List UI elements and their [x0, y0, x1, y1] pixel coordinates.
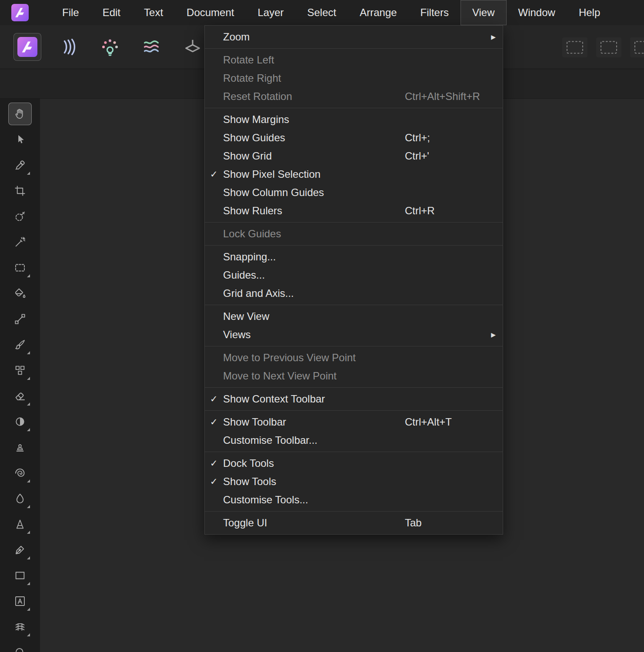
colour-picker-tool[interactable] — [8, 154, 32, 176]
pen-icon — [13, 543, 27, 556]
blur-tool[interactable] — [8, 487, 32, 510]
smudge-tool[interactable] — [8, 462, 32, 484]
menu-item-show-toolbar[interactable]: ✓Show ToolbarCtrl+Alt+T — [205, 413, 503, 431]
selection-brush-icon — [13, 210, 27, 223]
checkmark-icon: ✓ — [210, 417, 223, 427]
menu-document[interactable]: Document — [175, 0, 246, 25]
checkmark-icon: ✓ — [210, 394, 223, 404]
view-dropdown-menu: Zoom▶Rotate LeftRotate RightReset Rotati… — [204, 25, 503, 535]
menu-help[interactable]: Help — [567, 0, 612, 25]
pixel-tool[interactable] — [8, 359, 32, 382]
menu-select[interactable]: Select — [295, 0, 348, 25]
menu-arrange[interactable]: Arrange — [348, 0, 408, 25]
export-persona-button[interactable] — [179, 33, 207, 61]
view-tool[interactable] — [8, 103, 32, 125]
menu-window[interactable]: Window — [507, 0, 567, 25]
tone-mapping-persona-icon — [141, 37, 161, 57]
menu-item-show-grid[interactable]: Show GridCtrl+' — [205, 147, 503, 165]
menu-layer[interactable]: Layer — [246, 0, 295, 25]
menu-item-show-pixel-selection[interactable]: ✓Show Pixel Selection — [205, 165, 503, 183]
menu-item-show-column-guides[interactable]: Show Column Guides — [205, 183, 503, 202]
menu-item-label: Show Toolbar — [223, 416, 286, 428]
menu-item-snapping[interactable]: Snapping... — [205, 248, 503, 266]
sharpen-tool[interactable] — [8, 513, 32, 536]
checkmark-icon: ✓ — [210, 476, 223, 487]
dodge-icon — [13, 415, 27, 428]
menu-item-shortcut: Ctrl+Alt+Shift+R — [405, 90, 480, 103]
photo-persona-button[interactable] — [13, 33, 41, 61]
paint-brush-tool[interactable] — [8, 333, 32, 356]
move-tool[interactable] — [8, 128, 32, 151]
tool-flyout-indicator — [27, 403, 30, 406]
liquify-persona-button[interactable] — [55, 33, 83, 61]
selection-brush-tool[interactable] — [8, 205, 32, 228]
menu-item-new-view[interactable]: New View — [205, 307, 503, 326]
menu-item-label: Show Guides — [223, 132, 285, 144]
menu-file[interactable]: File — [50, 0, 91, 25]
persona-buttons — [0, 25, 207, 69]
dashed-frame-button-2[interactable] — [596, 37, 621, 57]
menu-text[interactable]: Text — [132, 0, 175, 25]
tone-mapping-persona-button[interactable] — [137, 33, 165, 61]
zoom-tool[interactable] — [8, 641, 32, 652]
menu-item-guides[interactable]: Guides... — [205, 266, 503, 284]
rectangle-tool[interactable] — [8, 564, 32, 587]
menu-item-label: Move to Previous View Point — [223, 352, 356, 364]
menu-item-label: Show Margins — [223, 113, 289, 126]
gradient-icon — [13, 313, 27, 326]
crop-tool[interactable] — [8, 180, 32, 202]
submenu-arrow-icon: ▶ — [491, 33, 496, 40]
menu-item-dock-tools[interactable]: ✓Dock Tools — [205, 454, 503, 472]
flood-fill-tool[interactable] — [8, 282, 32, 305]
menu-group: ✓Dock Tools✓Show ToolsCustomise Tools... — [205, 452, 503, 511]
menu-group: New ViewViews▶ — [205, 305, 503, 346]
menu-item-label: Snapping... — [223, 251, 276, 263]
menu-item-customise-tools[interactable]: Customise Tools... — [205, 491, 503, 509]
flood-select-tool[interactable] — [8, 231, 32, 253]
tool-flyout-indicator — [27, 377, 30, 380]
toolbar-right-buttons — [562, 37, 644, 57]
menu-item-grid-and-axis[interactable]: Grid and Axis... — [205, 284, 503, 303]
magic-wand-icon — [13, 236, 27, 249]
zoom-icon — [13, 646, 27, 652]
menu-item-zoom[interactable]: Zoom▶ — [205, 28, 503, 46]
dodge-brush-tool[interactable] — [8, 410, 32, 433]
menu-item-show-tools[interactable]: ✓Show Tools — [205, 472, 503, 491]
text-tool[interactable] — [8, 590, 32, 612]
menu-item-show-context-toolbar[interactable]: ✓Show Context Toolbar — [205, 390, 503, 408]
menu-item-show-margins[interactable]: Show Margins — [205, 110, 503, 129]
menu-filters[interactable]: Filters — [409, 0, 460, 25]
dashed-frame-button-1[interactable] — [562, 37, 587, 57]
menu-item-show-guides[interactable]: Show GuidesCtrl+; — [205, 129, 503, 147]
app-logo-icon — [11, 4, 29, 21]
hand-icon — [13, 107, 27, 120]
menu-group: Show MarginsShow GuidesCtrl+;Show GridCt… — [205, 108, 503, 222]
menu-item-views[interactable]: Views▶ — [205, 326, 503, 344]
menu-group: Snapping...Guides...Grid and Axis... — [205, 245, 503, 305]
eraser-tool[interactable] — [8, 385, 32, 407]
menu-edit[interactable]: Edit — [91, 0, 132, 25]
submenu-arrow-icon: ▶ — [491, 331, 496, 338]
develop-persona-button[interactable] — [96, 33, 124, 61]
menu-item-customise-toolbar[interactable]: Customise Toolbar... — [205, 431, 503, 449]
menu-group: Rotate LeftRotate RightReset RotationCtr… — [205, 48, 503, 108]
pen-tool[interactable] — [8, 539, 32, 561]
menu-item-shortcut: Tab — [405, 517, 422, 529]
menu-item-show-rulers[interactable]: Show RulersCtrl+R — [205, 202, 503, 220]
menu-item-shortcut: Ctrl+' — [405, 150, 429, 162]
mesh-warp-tool[interactable] — [8, 615, 32, 638]
dashed-frame-icon — [566, 40, 584, 55]
menu-item-reset-rotation: Reset RotationCtrl+Alt+Shift+R — [205, 87, 503, 106]
crop-icon — [13, 184, 27, 197]
menu-item-label: Show Pixel Selection — [223, 168, 320, 180]
mesh-warp-icon — [13, 620, 27, 633]
menu-item-toggle-ui[interactable]: Toggle UITab — [205, 514, 503, 532]
blur-icon — [13, 492, 27, 505]
gradient-tool[interactable] — [8, 308, 32, 330]
marquee-tool[interactable] — [8, 256, 32, 279]
menu-view[interactable]: View — [460, 0, 507, 25]
dashed-frame-button-3[interactable] — [630, 37, 644, 57]
menu-item-rotate-right: Rotate Right — [205, 69, 503, 87]
clone-stamp-tool[interactable] — [8, 436, 32, 459]
dashed-frame-icon — [600, 40, 618, 55]
